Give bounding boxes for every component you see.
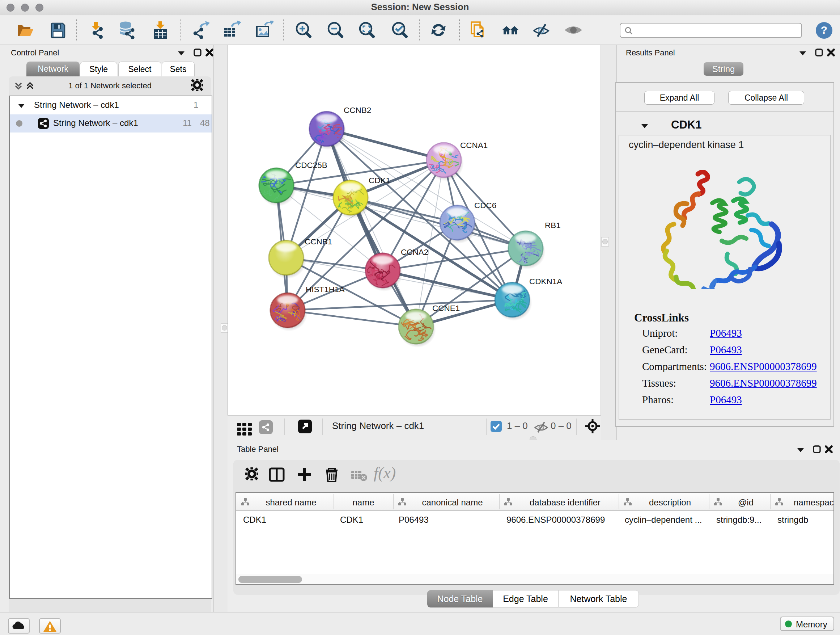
svg-text:CCNA1: CCNA1 [460,141,488,150]
svg-text:CCNA2: CCNA2 [401,248,428,257]
svg-text:CDC6: CDC6 [474,201,496,210]
svg-text:RB1: RB1 [545,221,561,230]
svg-text:CDKN1A: CDKN1A [529,277,562,286]
svg-text:CDC25B: CDC25B [295,161,327,170]
svg-text:CCNB2: CCNB2 [344,106,371,115]
svg-text:CCNB1: CCNB1 [305,237,332,246]
svg-text:CCNE1: CCNE1 [432,304,460,313]
svg-text:CDK1: CDK1 [369,176,390,185]
svg-text:HIST1H1A: HIST1H1A [306,285,345,294]
